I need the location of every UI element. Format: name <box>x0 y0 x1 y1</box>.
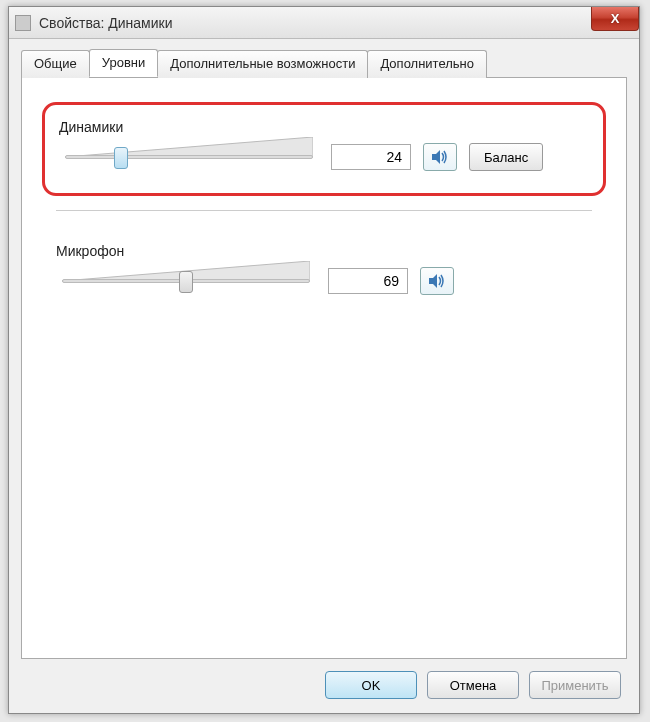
microphone-label: Микрофон <box>56 243 592 259</box>
cancel-button[interactable]: Отмена <box>427 671 519 699</box>
tab-panel-levels: Динамики <box>21 77 627 659</box>
speakers-balance-button[interactable]: Баланс <box>469 143 543 171</box>
microphone-slider[interactable] <box>56 267 316 295</box>
speakers-label: Динамики <box>59 119 589 135</box>
close-button[interactable]: X <box>591 7 639 31</box>
speakers-slider[interactable] <box>59 143 319 171</box>
speaker-icon <box>428 273 446 289</box>
svg-marker-0 <box>65 137 313 157</box>
speakers-value-input[interactable] <box>331 144 411 170</box>
ok-button[interactable]: OK <box>325 671 417 699</box>
speakers-slider-thumb[interactable] <box>114 147 128 169</box>
tab-levels[interactable]: Уровни <box>89 49 158 77</box>
dialog-footer: OK Отмена Применить <box>21 659 627 703</box>
speakers-group: Динамики <box>42 102 606 196</box>
slider-track <box>65 155 313 159</box>
dialog-content: Общие Уровни Дополнительные возможности … <box>9 39 639 713</box>
properties-dialog: Свойства: Динамики X Общие Уровни Дополн… <box>8 6 640 714</box>
microphone-mute-button[interactable] <box>420 267 454 295</box>
tab-advanced[interactable]: Дополнительно <box>367 50 487 78</box>
titlebar[interactable]: Свойства: Динамики X <box>9 7 639 39</box>
tab-general[interactable]: Общие <box>21 50 90 78</box>
tab-enhancements[interactable]: Дополнительные возможности <box>157 50 368 78</box>
microphone-slider-thumb[interactable] <box>179 271 193 293</box>
microphone-group: Микрофон <box>42 229 606 317</box>
tab-strip: Общие Уровни Дополнительные возможности … <box>21 49 627 77</box>
speaker-icon <box>431 149 449 165</box>
svg-marker-3 <box>429 274 437 288</box>
window-icon <box>15 15 31 31</box>
window-title: Свойства: Динамики <box>39 15 172 31</box>
group-divider <box>56 210 592 211</box>
microphone-row <box>56 267 592 295</box>
apply-button[interactable]: Применить <box>529 671 621 699</box>
microphone-value-input[interactable] <box>328 268 408 294</box>
svg-marker-1 <box>432 150 440 164</box>
close-icon: X <box>611 11 620 26</box>
speakers-row: Баланс <box>59 143 589 171</box>
speakers-mute-button[interactable] <box>423 143 457 171</box>
